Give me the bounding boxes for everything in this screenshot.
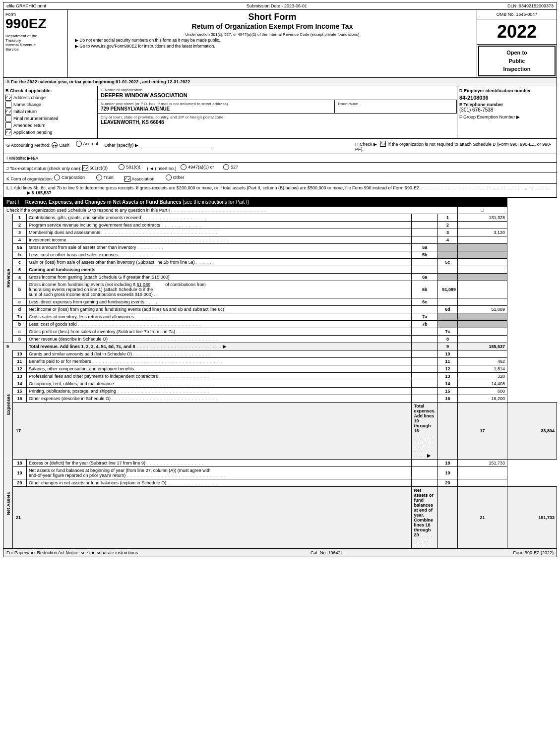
revenue-section-label: Revenue: [3, 214, 13, 343]
net-assets-row-19: 19 Net assets or fund balances at beginn…: [3, 466, 557, 479]
row-desc-15: Printing, publications, postage, and shi…: [27, 387, 412, 395]
footer-left: For Paperwork Reduction Act Notice, see …: [6, 550, 139, 555]
ein-label: D Employer identification number: [459, 88, 555, 93]
row-sublabel-6d: [412, 305, 438, 313]
expense-row-11: 11 Benefits paid to or for members . . .…: [3, 357, 557, 365]
row-desc-6c: Less: direct expenses from gaming and fu…: [27, 298, 412, 305]
checkbox-final-return[interactable]: [5, 116, 11, 121]
amount-5a: [458, 243, 507, 251]
line-num-6d: 6d: [438, 305, 458, 313]
net-assets-row-21: 21 Net assets or fund balances at end of…: [3, 486, 557, 548]
row-num-6c: c: [13, 298, 27, 305]
revenue-row-2: 2 Program service revenue including gove…: [3, 221, 557, 229]
check-label-initial-return: Initial return: [13, 109, 37, 114]
line-num-18: 18: [438, 459, 458, 466]
amount-6a: [458, 273, 507, 281]
tax-527-radio[interactable]: [223, 164, 229, 170]
form-org-row: K Form of organization: Corporation Trus…: [3, 173, 557, 184]
checkbox-name-change[interactable]: [5, 102, 11, 108]
line-num-14: 14: [438, 380, 458, 387]
part-i-title: Revenue, Expenses, and Changes in Net As…: [25, 199, 182, 205]
row-sublabel-5a: 5a: [412, 243, 438, 251]
check-label-final-return: Final return/terminated: [13, 116, 59, 121]
org-name-row: C Name of organization DEEPER WINDOW ASS…: [98, 86, 457, 100]
instruction-1: ▶ Do not enter social security numbers o…: [75, 38, 470, 43]
row-sublabel-6b: 6b: [412, 281, 438, 298]
org-info: C Name of organization DEEPER WINDOW ASS…: [98, 86, 457, 138]
group-exemption: F Group Exemption Number ▶: [459, 115, 555, 119]
amount-3: 3,120: [458, 229, 507, 236]
row-sublabel-9: [412, 343, 438, 350]
under-section: Under section 501(c), 527, or 4947(a)(1)…: [70, 32, 475, 37]
row-num-6b: b: [13, 281, 27, 298]
tax-4947-radio[interactable]: [181, 164, 187, 170]
corp-radio[interactable]: [54, 174, 60, 180]
tax-501c-label: 501(c)(: [126, 165, 140, 170]
tax-label: J Tax-exempt status (check only one):: [6, 166, 81, 171]
accrual-radio[interactable]: [76, 141, 82, 147]
phone-value: (301) 676-7538: [459, 107, 555, 113]
check-item-amended: Amended return: [5, 122, 95, 128]
net-assets-row-20: 20 Other changes in net assets or fund b…: [3, 479, 557, 486]
amount-6b: [458, 281, 507, 298]
expense-row-15: 15 Printing, publications, postage, and …: [3, 387, 557, 395]
line-num-3: 3: [438, 229, 458, 236]
omb-number: OMB No. 1545-0047: [497, 12, 538, 17]
row-sublabel-16: [412, 395, 438, 402]
row-num-7c: c: [13, 328, 27, 335]
net-assets-row-18: Net Assets 18 Excess or (deficit) for th…: [3, 459, 557, 466]
page: efile GRAPHIC print Submission Date - 20…: [0, 0, 560, 559]
row-sublabel-4: [412, 236, 438, 243]
row-sublabel-17: [438, 402, 458, 459]
check-section: B Check if applicable: ✓ Address change …: [3, 86, 557, 139]
checkbox-address-change[interactable]: ✓: [5, 95, 11, 101]
amount-5b: [458, 251, 507, 258]
line-num-21: 21: [458, 486, 507, 548]
tax-501c-radio[interactable]: [119, 164, 124, 170]
row-desc-6a: Gross income from gaming (attach Schedul…: [27, 273, 412, 281]
row-sublabel-19: [412, 466, 438, 479]
expense-row-13: 13 Professional fees and other payments …: [3, 372, 557, 380]
top-bar-right: DLN: 93492152009373: [507, 3, 554, 8]
amount-16: 16,200: [458, 395, 507, 402]
row-sublabel-18: [412, 459, 438, 466]
city-row: City or town, state or province, country…: [98, 114, 457, 126]
trust-radio[interactable]: [96, 174, 102, 180]
line-num-5a: [438, 243, 458, 251]
cash-radio[interactable]: ●: [52, 142, 58, 148]
amount-21: 151,733: [507, 486, 557, 548]
row-desc-1: Contributions, gifts, grants, and simila…: [27, 214, 412, 221]
row-num-1: 1: [13, 214, 27, 221]
phone-label: E Telephone number: [459, 102, 555, 107]
header-right: OMB No. 1545-0047 2022 Open toPublicInsp…: [477, 10, 557, 77]
row-sublabel-3: [412, 229, 438, 236]
row-num-9: 9: [3, 343, 27, 350]
tax-501c3-item: ✓ 501(c)(3): [82, 165, 108, 171]
h-checkbox[interactable]: ✓: [380, 141, 386, 147]
gross-note-text: L L Add lines 5b, 6c, and 7b to line 9 t…: [6, 185, 551, 195]
accounting-left: G Accounting Method: ● Cash Accrual Othe…: [6, 141, 355, 152]
revenue-row-5b: b Less: cost or other basis and sales ex…: [3, 251, 557, 258]
check-schedule-o-row: Check if the organization used Schedule …: [3, 206, 557, 214]
row-desc-6b: Gross income from fundraising events (no…: [27, 281, 412, 298]
line-num-8: 8: [438, 335, 458, 343]
row-desc-14: Occupancy, rent, utilities, and maintena…: [27, 380, 412, 387]
row-num-5a: 5a: [13, 243, 27, 251]
row-sublabel-7a: 7a: [412, 313, 438, 320]
row-desc-7a: Gross sales of inventory, less returns a…: [27, 313, 412, 320]
tax-501c3-check[interactable]: ✓: [82, 165, 88, 171]
other-org-radio[interactable]: [166, 174, 172, 180]
checkbox-amended[interactable]: [5, 122, 11, 128]
row-num-6d: d: [13, 305, 27, 313]
assoc-check[interactable]: ✓: [124, 176, 130, 182]
footer-center: Cat. No. 10642I: [311, 550, 342, 555]
check-label-application-pending: Application pending: [13, 130, 53, 135]
line-num-6c: [438, 298, 458, 305]
checkbox-application-pending[interactable]: ✓: [5, 129, 11, 135]
checkbox-initial-return[interactable]: ✓: [5, 109, 11, 115]
part-i-header: Part I Revenue, Expenses, and Changes in…: [3, 197, 557, 206]
amount-17: 33,804: [507, 402, 557, 459]
section-a: A For the 2022 calendar year, or tax yea…: [3, 78, 557, 86]
schedule-o-checkbox[interactable]: □: [458, 206, 507, 214]
row-num-5b: b: [13, 251, 27, 258]
